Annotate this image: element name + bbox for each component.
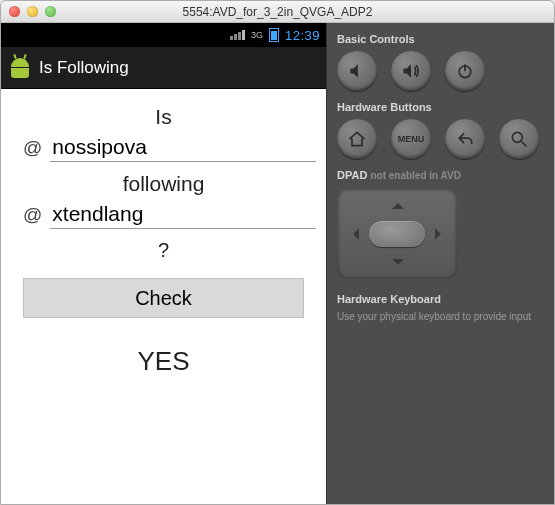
back-button[interactable] <box>445 119 485 159</box>
dpad-label: DPAD not enabled in AVD <box>337 169 544 181</box>
result-text: YES <box>23 346 304 377</box>
hardware-buttons-row: MENU <box>337 119 544 159</box>
power-icon <box>455 61 475 81</box>
minimize-icon[interactable] <box>27 6 38 17</box>
window-title: 5554:AVD_for_3_2in_QVGA_ADP2 <box>1 5 554 19</box>
signal-icon <box>229 28 245 43</box>
user1-input[interactable] <box>50 133 316 162</box>
hardware-keyboard-label: Hardware Keyboard <box>337 293 544 305</box>
search-icon <box>509 129 529 149</box>
dpad-title: DPAD <box>337 169 367 181</box>
battery-icon <box>269 28 279 42</box>
hardware-buttons-label: Hardware Buttons <box>337 101 544 113</box>
at-symbol-1: @ <box>23 137 42 159</box>
network-type: 3G <box>251 31 263 40</box>
android-icon <box>11 58 29 78</box>
label-following: following <box>23 172 304 196</box>
home-icon <box>347 129 367 149</box>
emulator-window: 5554:AVD_for_3_2in_QVGA_ADP2 3G 12:39 Is… <box>0 0 555 505</box>
dpad-center-button <box>369 221 425 247</box>
home-button[interactable] <box>337 119 377 159</box>
user2-input[interactable] <box>50 200 316 229</box>
clock: 12:39 <box>285 28 320 43</box>
close-icon[interactable] <box>9 6 20 17</box>
titlebar: 5554:AVD_for_3_2in_QVGA_ADP2 <box>1 1 554 23</box>
user1-row: @ <box>23 133 304 162</box>
volume-down-icon <box>347 61 367 81</box>
at-symbol-2: @ <box>23 204 42 226</box>
dpad-right-icon <box>435 228 447 240</box>
back-icon <box>455 129 475 149</box>
check-button[interactable]: Check <box>23 278 304 318</box>
emulator-side-panel: Basic Controls Hardware Buttons MENU <box>327 23 554 504</box>
zoom-icon[interactable] <box>45 6 56 17</box>
app-bar: Is Following <box>1 47 326 89</box>
dpad-disabled-note: not enabled in AVD <box>370 170 461 181</box>
device-screen: 3G 12:39 Is Following Is @ following @ <box>1 23 327 504</box>
volume-down-button[interactable] <box>337 51 377 91</box>
app-title: Is Following <box>39 58 129 78</box>
svg-line-3 <box>522 142 527 147</box>
dpad <box>337 189 457 279</box>
search-button[interactable] <box>499 119 539 159</box>
hardware-keyboard-note: Use your physical keyboard to provide in… <box>337 311 544 322</box>
volume-up-icon <box>401 61 421 81</box>
basic-controls-row <box>337 51 544 91</box>
dpad-left-icon <box>347 228 359 240</box>
menu-button[interactable]: MENU <box>391 119 431 159</box>
label-is: Is <box>23 105 304 129</box>
android-status-bar: 3G 12:39 <box>1 23 326 47</box>
volume-up-button[interactable] <box>391 51 431 91</box>
app-content: Is @ following @ ? Check YES <box>1 89 326 504</box>
dpad-down-icon <box>392 259 404 271</box>
label-question-mark: ? <box>23 239 304 262</box>
window-controls <box>1 6 56 17</box>
user2-row: @ <box>23 200 304 229</box>
svg-point-2 <box>512 132 522 142</box>
power-button[interactable] <box>445 51 485 91</box>
content-area: 3G 12:39 Is Following Is @ following @ <box>1 23 554 504</box>
dpad-up-icon <box>392 197 404 209</box>
basic-controls-label: Basic Controls <box>337 33 544 45</box>
menu-icon: MENU <box>398 134 425 144</box>
